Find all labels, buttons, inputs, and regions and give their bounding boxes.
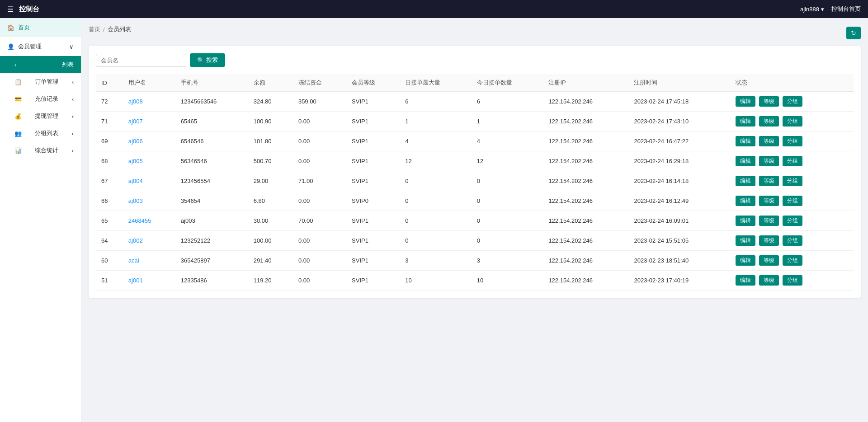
cell-frozen: 0.00 — [293, 271, 346, 291]
level-button[interactable]: 等级 — [759, 176, 779, 186]
cell-username[interactable]: aj006 — [123, 131, 175, 151]
withdrawal-icon: 💰 — [14, 113, 22, 120]
sidebar-item-statistics[interactable]: 📊 综合统计 ‹ — [0, 142, 81, 159]
col-ip: 注册IP — [543, 74, 628, 92]
cell-ip: 122.154.202.246 — [543, 131, 628, 151]
cell-username[interactable]: aj005 — [123, 151, 175, 171]
edit-button[interactable]: 编辑 — [736, 156, 755, 166]
cell-today-count: 10 — [472, 271, 543, 291]
sidebar-item-group[interactable]: 👥 分组列表 ‹ — [0, 125, 81, 142]
edit-button[interactable]: 编辑 — [736, 116, 755, 127]
cell-actions: 编辑 等级 分组 — [730, 251, 854, 271]
cell-username[interactable]: 2468455 — [123, 211, 175, 231]
sidebar-item-recharge[interactable]: 💳 充值记录 ‹ — [0, 90, 81, 108]
cell-balance: 500.70 — [248, 151, 293, 171]
cell-username[interactable]: acai — [123, 251, 175, 271]
members-table: ID 用户名 手机号 余额 冻结资金 会员等级 日接单最大量 今日接单数量 注册… — [96, 74, 854, 291]
main-content: 首页 / 会员列表 ↻ 🔍 搜索 ID 用户名 — [81, 18, 868, 422]
breadcrumb-home[interactable]: 首页 — [89, 25, 100, 33]
group-button[interactable]: 分组 — [783, 216, 802, 226]
cell-actions: 编辑 等级 分组 — [730, 131, 854, 151]
cell-reg-time: 2023-02-24 16:12:49 — [628, 191, 730, 211]
edit-button[interactable]: 编辑 — [736, 196, 755, 206]
cell-username[interactable]: aj003 — [123, 191, 175, 211]
level-button[interactable]: 等级 — [759, 116, 779, 127]
sidebar-member-management[interactable]: 👤 会员管理 ∨ — [0, 37, 81, 56]
edit-button[interactable]: 编辑 — [736, 275, 755, 286]
level-button[interactable]: 等级 — [759, 275, 779, 286]
group-button[interactable]: 分组 — [783, 235, 802, 246]
cell-username[interactable]: aj001 — [123, 271, 175, 291]
cell-username[interactable]: aj007 — [123, 112, 175, 131]
cell-phone: 12345663546 — [175, 92, 248, 112]
refresh-button[interactable]: ↻ — [846, 27, 861, 39]
table-row: 66 aj003 354654 6.80 0.00 SVIP0 0 0 122.… — [96, 191, 854, 211]
group-button[interactable]: 分组 — [783, 255, 802, 266]
group-button[interactable]: 分组 — [783, 136, 802, 146]
cell-today-count: 12 — [472, 151, 543, 171]
edit-button[interactable]: 编辑 — [736, 255, 755, 266]
cell-id: 72 — [96, 92, 123, 112]
console-home-link[interactable]: 控制台首页 — [831, 5, 861, 13]
cell-actions: 编辑 等级 分组 — [730, 231, 854, 251]
group-button[interactable]: 分组 — [783, 275, 802, 286]
menu-icon[interactable]: ☰ — [7, 5, 14, 14]
cell-balance: 30.00 — [248, 211, 293, 231]
level-button[interactable]: 等级 — [759, 196, 779, 206]
cell-ip: 122.154.202.246 — [543, 151, 628, 171]
level-button[interactable]: 等级 — [759, 96, 779, 107]
chevron-down-icon: ∨ — [69, 43, 74, 50]
member-management-label: 会员管理 — [18, 42, 42, 51]
stats-icon: 📊 — [14, 147, 22, 154]
level-button[interactable]: 等级 — [759, 255, 779, 266]
table-row: 68 aj005 56346546 500.70 0.00 SVIP1 12 1… — [96, 151, 854, 171]
search-input[interactable] — [96, 54, 186, 67]
edit-button[interactable]: 编辑 — [736, 136, 755, 146]
cell-phone: 65465 — [175, 112, 248, 131]
cell-username[interactable]: aj008 — [123, 92, 175, 112]
dropdown-icon: ▾ — [821, 6, 824, 13]
level-button[interactable]: 等级 — [759, 156, 779, 166]
group-button[interactable]: 分组 — [783, 156, 802, 166]
group-button[interactable]: 分组 — [783, 116, 802, 127]
edit-button[interactable]: 编辑 — [736, 216, 755, 226]
table-row: 69 aj006 6546546 101.80 0.00 SVIP1 4 4 1… — [96, 131, 854, 151]
sidebar-item-list[interactable]: › 列表 — [0, 56, 81, 73]
col-level: 会员等级 — [346, 74, 400, 92]
sidebar-item-order[interactable]: 📋 订单管理 ‹ — [0, 73, 81, 90]
sidebar-item-home[interactable]: 🏠 首页 — [0, 18, 81, 37]
edit-button[interactable]: 编辑 — [736, 96, 755, 107]
arrow-right-icon: › — [14, 61, 16, 68]
cell-daily-max: 12 — [400, 151, 472, 171]
cell-reg-time: 2023-02-24 16:47:22 — [628, 131, 730, 151]
cell-phone: aj003 — [175, 211, 248, 231]
table-header: ID 用户名 手机号 余额 冻结资金 会员等级 日接单最大量 今日接单数量 注册… — [96, 74, 854, 92]
cell-daily-max: 0 — [400, 171, 472, 191]
group-label: 分组列表 — [35, 129, 58, 137]
cell-username[interactable]: aj004 — [123, 171, 175, 191]
cell-ip: 122.154.202.246 — [543, 92, 628, 112]
group-button[interactable]: 分组 — [783, 176, 802, 186]
cell-ip: 122.154.202.246 — [543, 191, 628, 211]
cell-reg-time: 2023-02-24 16:09:01 — [628, 211, 730, 231]
cell-id: 65 — [96, 211, 123, 231]
layout: 🏠 首页 👤 会员管理 ∨ › 列表 📋 订单管理 ‹ 💳 充值记录 ‹ 💰 — [0, 18, 868, 422]
level-button[interactable]: 等级 — [759, 136, 779, 146]
edit-button[interactable]: 编辑 — [736, 176, 755, 186]
cell-daily-max: 4 — [400, 131, 472, 151]
level-button[interactable]: 等级 — [759, 235, 779, 246]
group-button[interactable]: 分组 — [783, 196, 802, 206]
cell-id: 71 — [96, 112, 123, 131]
search-btn-label: 搜索 — [206, 56, 218, 64]
group-button[interactable]: 分组 — [783, 96, 802, 107]
cell-frozen: 0.00 — [293, 112, 346, 131]
edit-button[interactable]: 编辑 — [736, 235, 755, 246]
sidebar-item-withdrawal[interactable]: 💰 提现管理 ‹ — [0, 108, 81, 125]
level-button[interactable]: 等级 — [759, 216, 779, 226]
search-button[interactable]: 🔍 搜索 — [190, 53, 225, 67]
cell-username[interactable]: aj002 — [123, 231, 175, 251]
user-menu[interactable]: ajin888 ▾ — [800, 6, 824, 13]
cell-frozen: 0.00 — [293, 251, 346, 271]
username-label: ajin888 — [800, 6, 819, 13]
cell-actions: 编辑 等级 分组 — [730, 271, 854, 291]
